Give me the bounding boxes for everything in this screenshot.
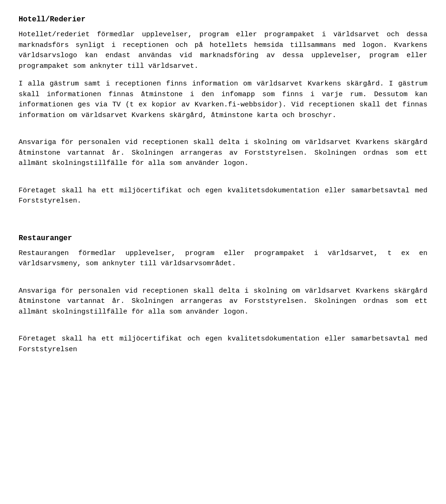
hotell-rederier-para-4: Företaget skall ha ett miljöcertifikat o… [19,186,427,207]
restauranger-para-2: Ansvariga för personalen vid receptionen… [19,286,427,318]
restauranger-section: Restauranger Restaurangen förmedlar uppl… [19,233,427,355]
hotell-rederier-para-3: Ansvariga för personalen vid receptionen… [19,137,427,169]
hotell-rederier-section: Hotell/Rederier Hotellet/rederiet förmed… [19,14,427,207]
restauranger-para-3: Företaget skall ha ett miljöcertifikat o… [19,334,427,355]
restauranger-title: Restauranger [19,233,427,244]
hotell-rederier-para-1: Hotellet/rederiet förmedlar upplevelser,… [19,30,427,72]
hotell-rederier-title: Hotell/Rederier [19,14,427,25]
restauranger-para-1: Restaurangen förmedlar upplevelser, prog… [19,249,427,269]
hotell-rederier-para-2: I alla gästrum samt i receptionen finns … [19,79,427,121]
